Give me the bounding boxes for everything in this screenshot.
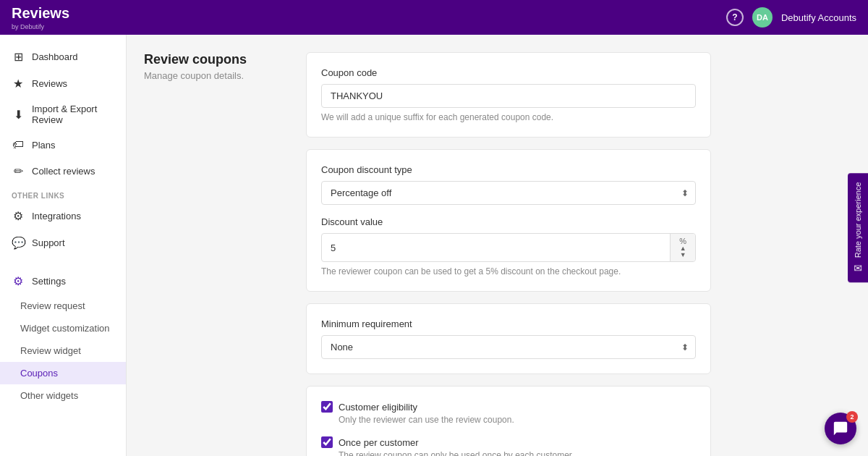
checkboxes-card: Customer eligibility Only the reviewer c… bbox=[306, 386, 711, 456]
checkbox-row: Customer eligibility bbox=[321, 401, 696, 413]
page-header: Review coupons Manage coupon details. bbox=[144, 52, 289, 456]
app-logo: Reviews by Debutify bbox=[12, 5, 69, 30]
stepper[interactable]: ▲ ▼ bbox=[680, 245, 686, 258]
logo-subtitle: by Debutify bbox=[12, 23, 69, 30]
checkbox-item-customer-eligibility: Customer eligibility Only the reviewer c… bbox=[321, 401, 696, 425]
logo-title: Reviews bbox=[12, 5, 69, 22]
account-name: Debutify Accounts bbox=[781, 12, 856, 23]
decrement-arrow[interactable]: ▼ bbox=[680, 252, 686, 258]
coupon-code-input[interactable] bbox=[321, 84, 696, 108]
sidebar-sub-label: Review request bbox=[20, 300, 85, 311]
discount-suffix: % ▲ ▼ bbox=[670, 234, 695, 261]
sidebar-item-plans[interactable]: 🏷 Plans bbox=[0, 132, 126, 158]
customer-eligibility-checkbox[interactable] bbox=[321, 401, 333, 413]
sidebar-sub-label: Coupons bbox=[20, 368, 58, 379]
discount-type-label: Coupon discount type bbox=[321, 164, 696, 175]
sidebar-sub-review-widget[interactable]: Review widget bbox=[0, 339, 126, 362]
rate-panel[interactable]: ✉ Rate your experience bbox=[848, 174, 868, 283]
discount-value-label: Discount value bbox=[321, 216, 696, 227]
sidebar-sub-review-request[interactable]: Review request bbox=[0, 295, 126, 317]
discount-value-hint: The reviewer coupon can be used to get a… bbox=[321, 266, 696, 276]
chat-badge: 2 bbox=[846, 411, 858, 423]
once-per-customer-label: Once per customer bbox=[339, 437, 419, 448]
main-content: Review coupons Manage coupon details. Co… bbox=[127, 35, 868, 456]
min-requirement-label: Minimum requirement bbox=[321, 318, 696, 329]
min-requirement-card: Minimum requirement None Minimum purchas… bbox=[306, 303, 711, 374]
once-per-customer-checkbox[interactable] bbox=[321, 436, 333, 448]
customer-eligibility-label: Customer eligibility bbox=[339, 402, 417, 413]
sidebar-sub-other-widgets[interactable]: Other widgets bbox=[0, 384, 126, 407]
discount-value-input[interactable] bbox=[322, 237, 670, 259]
discount-type-wrapper: Percentage off Fixed amount off Free shi… bbox=[321, 181, 696, 205]
app-layout: ⊞ Dashboard ★ Reviews ⬇ Import & Export … bbox=[0, 35, 868, 456]
sidebar-item-dashboard[interactable]: ⊞ Dashboard bbox=[0, 43, 126, 70]
import-icon: ⬇ bbox=[12, 108, 25, 122]
coupon-code-card: Coupon code We will add a unique suffix … bbox=[306, 52, 711, 138]
checkbox-item-once-per-customer: Once per customer The review coupon can … bbox=[321, 436, 696, 456]
sidebar-sub-widget-customization[interactable]: Widget customization bbox=[0, 317, 126, 339]
sidebar-item-integrations[interactable]: ⚙ Integrations bbox=[0, 203, 126, 229]
collect-icon: ✏ bbox=[12, 164, 25, 178]
sidebar-sub-label: Review widget bbox=[20, 345, 81, 356]
rate-panel-icon: ✉ bbox=[852, 262, 864, 274]
sidebar-item-label: Reviews bbox=[32, 78, 67, 89]
plans-icon: 🏷 bbox=[12, 138, 25, 151]
page-subtitle: Manage coupon details. bbox=[144, 70, 289, 81]
settings-icon: ⚙ bbox=[12, 274, 25, 288]
discount-value-row: % ▲ ▼ bbox=[321, 233, 696, 262]
min-requirement-wrapper: None Minimum purchase amount Minimum qua… bbox=[321, 335, 696, 359]
sidebar-sub-label: Widget customization bbox=[20, 323, 110, 334]
sidebar-sub-label: Other widgets bbox=[20, 390, 78, 401]
once-per-customer-desc: The review coupon can only be used once … bbox=[321, 450, 696, 456]
header-right: ? DA Debutify Accounts bbox=[726, 7, 856, 28]
app-header: Reviews by Debutify ? DA Debutify Accoun… bbox=[0, 0, 868, 35]
sidebar-item-label: Support bbox=[32, 237, 65, 248]
sidebar-settings-label: Settings bbox=[32, 276, 66, 287]
chat-button[interactable]: 2 bbox=[825, 413, 856, 444]
discount-type-select[interactable]: Percentage off Fixed amount off Free shi… bbox=[321, 181, 696, 205]
sidebar-item-label: Collect reviews bbox=[32, 166, 95, 177]
coupon-code-label: Coupon code bbox=[321, 67, 696, 78]
rate-panel-label: Rate your experience bbox=[854, 182, 862, 258]
sidebar-item-label: Integrations bbox=[32, 211, 81, 221]
integrations-icon: ⚙ bbox=[12, 209, 25, 223]
discount-card: Coupon discount type Percentage off Fixe… bbox=[306, 149, 711, 292]
support-icon: 💬 bbox=[12, 236, 25, 250]
chat-icon bbox=[833, 421, 848, 436]
sidebar-item-reviews[interactable]: ★ Reviews bbox=[0, 70, 126, 97]
sidebar-sub-coupons[interactable]: Coupons bbox=[0, 362, 126, 384]
settings-area: Coupon code We will add a unique suffix … bbox=[306, 52, 711, 456]
sidebar-item-import-export[interactable]: ⬇ Import & Export Review bbox=[0, 97, 126, 132]
sidebar-item-settings[interactable]: ⚙ Settings bbox=[0, 268, 126, 295]
sidebar-item-label: Dashboard bbox=[32, 51, 78, 62]
checkbox-row: Once per customer bbox=[321, 436, 696, 448]
dashboard-icon: ⊞ bbox=[12, 50, 25, 64]
customer-eligibility-desc: Only the reviewer can use the review cou… bbox=[321, 415, 696, 425]
reviews-icon: ★ bbox=[12, 77, 25, 90]
sidebar-item-collect-reviews[interactable]: ✏ Collect reviews bbox=[0, 158, 126, 185]
min-requirement-select[interactable]: None Minimum purchase amount Minimum qua… bbox=[321, 335, 696, 359]
help-button[interactable]: ? bbox=[726, 9, 744, 26]
coupon-code-hint: We will add a unique suffix for each gen… bbox=[321, 112, 696, 122]
sidebar-item-label: Plans bbox=[32, 140, 56, 151]
page-title: Review coupons bbox=[144, 52, 289, 67]
avatar: DA bbox=[752, 7, 773, 28]
other-links-label: OTHER LINKS bbox=[0, 185, 126, 203]
sidebar: ⊞ Dashboard ★ Reviews ⬇ Import & Export … bbox=[0, 35, 127, 456]
sidebar-item-support[interactable]: 💬 Support bbox=[0, 229, 126, 256]
sidebar-item-label: Import & Export Review bbox=[32, 104, 114, 125]
